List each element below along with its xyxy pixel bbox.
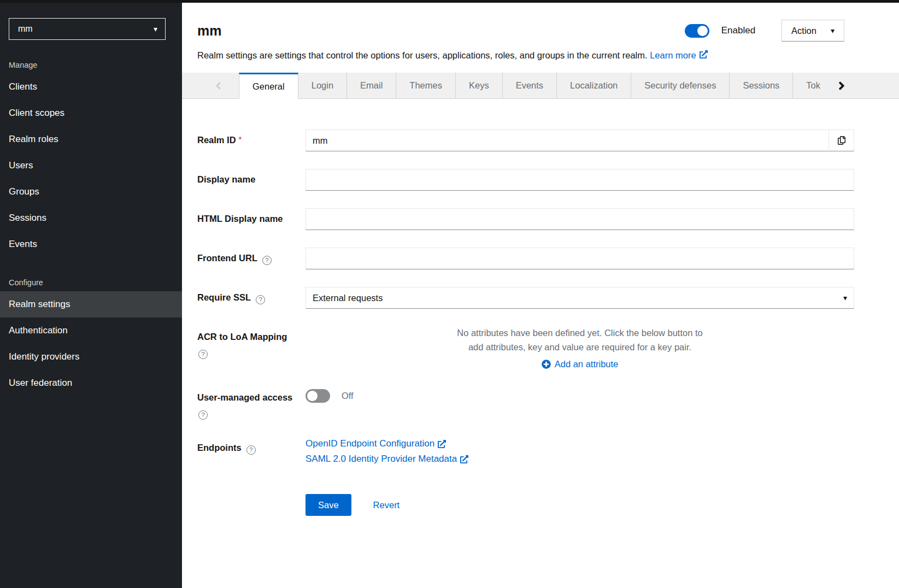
tab-login[interactable]: Login <box>298 73 346 98</box>
toggle-knob <box>307 391 318 401</box>
angle-right-icon <box>838 79 845 92</box>
display-name-label-cell: Display name <box>197 169 305 185</box>
realm-description: Realm settings are settings that control… <box>197 50 648 60</box>
user-managed-access-state: Off <box>342 391 354 401</box>
frontend-url-field <box>305 248 854 269</box>
sidebar-item-users[interactable]: Users <box>0 152 182 179</box>
require-ssl-label: Require SSL <box>197 292 251 302</box>
frontend-url-label: Frontend URL <box>197 253 257 263</box>
tabs-scroll-right-button[interactable] <box>822 73 861 98</box>
realm-settings-form: Realm ID* Display name HTML Display name <box>182 99 899 554</box>
sidebar: mm ▾ Manage Clients Client scopes Realm … <box>0 0 182 588</box>
help-icon[interactable]: ? <box>198 350 208 359</box>
tab-label: Sessions <box>743 80 779 91</box>
acr-loa-label: ACR to LoA Mapping <box>197 332 287 342</box>
html-display-name-label: HTML Display name <box>197 214 283 224</box>
help-icon[interactable]: ? <box>256 295 265 304</box>
require-ssl-select[interactable]: External requests ▾ <box>305 287 854 309</box>
endpoints-field: OpenID Endpoint Configuration SAML 2.0 I… <box>305 437 854 464</box>
user-managed-access-label: User-managed access <box>197 392 292 402</box>
sidebar-item-groups[interactable]: Groups <box>0 179 182 205</box>
sidebar-item-clients[interactable]: Clients <box>0 74 182 100</box>
page-title: mm <box>197 23 221 39</box>
user-managed-access-toggle[interactable] <box>305 389 330 403</box>
chevron-down-icon: ▾ <box>843 293 847 302</box>
nav-configure-list: Realm settings Authentication Identity p… <box>0 291 182 396</box>
tab-label: Localization <box>570 80 618 91</box>
saml-identity-provider-metadata-link[interactable]: SAML 2.0 Identity Provider Metadata <box>305 454 468 464</box>
tab-themes[interactable]: Themes <box>396 73 455 98</box>
tab-events[interactable]: Events <box>502 73 556 98</box>
tab-label: Tok <box>806 80 820 91</box>
tab-localization[interactable]: Localization <box>556 73 631 98</box>
sidebar-item-sessions[interactable]: Sessions <box>0 205 182 231</box>
sidebar-item-events[interactable]: Events <box>0 231 182 257</box>
endpoints-label-cell: Endpoints? <box>197 437 305 455</box>
tab-label: General <box>252 81 285 92</box>
tab-general[interactable]: General <box>239 73 298 99</box>
nav-section-manage: Manage <box>0 61 182 69</box>
copy-icon <box>837 136 846 145</box>
acr-loa-label-cell: ACR to LoA Mapping ? <box>197 326 305 359</box>
realm-id-input[interactable] <box>305 130 829 151</box>
html-display-name-label-cell: HTML Display name <box>197 208 305 224</box>
sidebar-item-client-scopes[interactable]: Client scopes <box>0 100 182 126</box>
add-attribute-label: Add an attribute <box>555 359 619 369</box>
user-managed-access-label-cell: User-managed access ? <box>197 387 305 420</box>
help-icon[interactable]: ? <box>262 256 272 265</box>
required-indicator: * <box>239 134 242 144</box>
tabs-scroll-left-button[interactable] <box>182 73 239 98</box>
action-dropdown-button[interactable]: Action ▾ <box>782 20 844 42</box>
revert-button[interactable]: Revert <box>373 500 400 510</box>
external-link-icon <box>460 455 468 463</box>
angle-left-icon <box>215 80 221 92</box>
tab-email[interactable]: Email <box>346 73 396 98</box>
actions-spacer <box>197 482 305 487</box>
acr-loa-empty-state: No attributes have been defined yet. Cli… <box>305 326 854 369</box>
require-ssl-value: External requests <box>313 293 383 303</box>
learn-more-label: Learn more <box>650 50 696 60</box>
help-icon[interactable]: ? <box>246 445 256 455</box>
nav-section-configure: Configure <box>0 278 182 287</box>
chevron-down-icon: ▾ <box>154 25 157 33</box>
copy-button[interactable] <box>829 130 854 151</box>
sidebar-item-user-federation[interactable]: User federation <box>0 370 182 396</box>
display-name-input[interactable] <box>305 169 854 191</box>
header-controls: Enabled Action ▾ <box>685 20 844 42</box>
tab-keys[interactable]: Keys <box>455 73 502 98</box>
sidebar-item-realm-roles[interactable]: Realm roles <box>0 126 182 152</box>
external-link-icon <box>700 50 708 58</box>
html-display-name-input[interactable] <box>305 208 854 230</box>
html-display-name-field <box>305 208 854 230</box>
action-dropdown-label: Action <box>791 26 816 36</box>
sidebar-item-realm-settings[interactable]: Realm settings <box>0 291 182 317</box>
sidebar-item-identity-providers[interactable]: Identity providers <box>0 344 182 370</box>
save-button[interactable]: Save <box>305 494 351 516</box>
help-icon[interactable]: ? <box>198 410 208 420</box>
sidebar-item-authentication[interactable]: Authentication <box>0 317 182 344</box>
tab-security-defenses[interactable]: Security defenses <box>631 73 729 98</box>
learn-more-link[interactable]: Learn more <box>650 50 707 60</box>
add-attribute-link[interactable]: Add an attribute <box>542 359 619 369</box>
display-name-label: Display name <box>197 174 255 184</box>
chevron-down-icon: ▾ <box>831 26 835 35</box>
display-name-field <box>305 169 854 191</box>
realm-selector-value: mm <box>18 24 33 34</box>
tab-sessions[interactable]: Sessions <box>729 73 792 98</box>
tab-label: Keys <box>469 80 489 91</box>
plus-circle-icon <box>542 360 551 369</box>
form-actions: Save Revert <box>305 494 854 516</box>
openid-endpoint-configuration-link[interactable]: OpenID Endpoint Configuration <box>305 438 446 449</box>
main-content: mm Enabled Action ▾ Realm settings are s… <box>182 0 899 588</box>
realm-enabled-toggle[interactable] <box>685 24 709 38</box>
tab-label: Email <box>360 80 383 91</box>
tab-tokens[interactable]: Tok <box>792 73 822 98</box>
require-ssl-label-cell: Require SSL? <box>197 287 305 304</box>
user-managed-access-field: Off <box>305 387 854 403</box>
frontend-url-input[interactable] <box>305 248 854 269</box>
openid-endpoint-label: OpenID Endpoint Configuration <box>305 438 434 449</box>
acr-empty-state-text: No attributes have been defined yet. Cli… <box>456 326 703 354</box>
frontend-url-label-cell: Frontend URL? <box>197 248 305 265</box>
realm-selector-dropdown[interactable]: mm ▾ <box>9 18 166 40</box>
realm-id-field <box>305 130 854 151</box>
